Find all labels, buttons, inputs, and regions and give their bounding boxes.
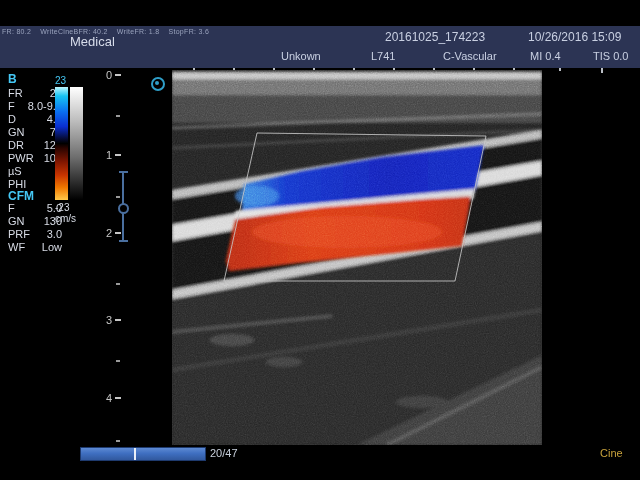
exam-preset: C-Vascular xyxy=(443,50,497,62)
mi-value: MI 0.4 xyxy=(530,50,561,62)
colorbar-min-label: -23 xyxy=(55,202,69,213)
cine-mode-label: Cine xyxy=(600,447,623,459)
tis-value: TIS 0.0 xyxy=(593,50,628,62)
study-id: 20161025_174223 xyxy=(385,30,485,44)
depth-label: 1 xyxy=(100,149,112,161)
probe-orientation-marker-icon xyxy=(151,77,165,91)
grayscale-bar xyxy=(70,87,83,200)
cine-bar: 20/47 Cine xyxy=(0,445,640,480)
param-row: GN75 xyxy=(8,126,54,139)
depth-label: 4 xyxy=(100,392,112,404)
cfm-mode-label: CFM xyxy=(8,189,34,203)
param-row: DR120 xyxy=(8,139,54,152)
date-time: 10/26/2016 15:09 xyxy=(528,30,621,44)
param-row: WFLow xyxy=(8,241,54,254)
width-tick xyxy=(559,68,561,71)
probe-name: L741 xyxy=(371,50,395,62)
patient-name: Unkown xyxy=(281,50,321,62)
depth-label: 2 xyxy=(100,227,112,239)
top-strip xyxy=(0,0,640,26)
depth-label: 0 xyxy=(100,69,112,81)
param-row: PRF3.0 xyxy=(8,228,54,241)
param-row: F8.0-9.6 xyxy=(8,100,54,113)
b-mode-label: B xyxy=(8,72,17,86)
brand-label: Medical xyxy=(70,34,115,49)
ultrasound-app: FR: 80.2 WriteCineBFR: 40.2 WriteFR: 1.8… xyxy=(0,0,640,480)
param-row: GN130 xyxy=(8,215,54,228)
focus-marker-handle[interactable] xyxy=(118,203,129,214)
colorbar-unit-label: cm/s xyxy=(55,213,76,224)
param-row: PWR100 xyxy=(8,152,54,165)
ultrasound-image[interactable] xyxy=(172,70,542,445)
depth-label: 3 xyxy=(100,314,112,326)
focus-marker-bottom-cap xyxy=(119,240,128,242)
cine-progress-bar[interactable] xyxy=(80,447,206,461)
param-row: D4.5 xyxy=(8,113,54,126)
param-row: FR22 xyxy=(8,87,54,100)
width-tick xyxy=(601,68,603,73)
param-value: 3.0 xyxy=(16,228,62,240)
depth-ruler: 0 1 2 3 4 xyxy=(100,68,132,450)
param-row: F5.0 xyxy=(8,202,54,215)
param-name: F xyxy=(8,100,15,112)
cine-position-marker[interactable] xyxy=(134,448,136,460)
param-name: F xyxy=(8,202,15,214)
param-value: Low xyxy=(16,241,62,253)
param-row: µS2 xyxy=(8,165,54,178)
colorbar-max-label: 23 xyxy=(55,75,66,86)
param-name: D xyxy=(8,113,16,125)
speckle-overlay-2 xyxy=(172,70,542,445)
frame-counter: 20/47 xyxy=(210,447,238,459)
header-bar: FR: 80.2 WriteCineBFR: 40.2 WriteFR: 1.8… xyxy=(0,26,640,68)
doppler-colorbar xyxy=(55,87,68,200)
